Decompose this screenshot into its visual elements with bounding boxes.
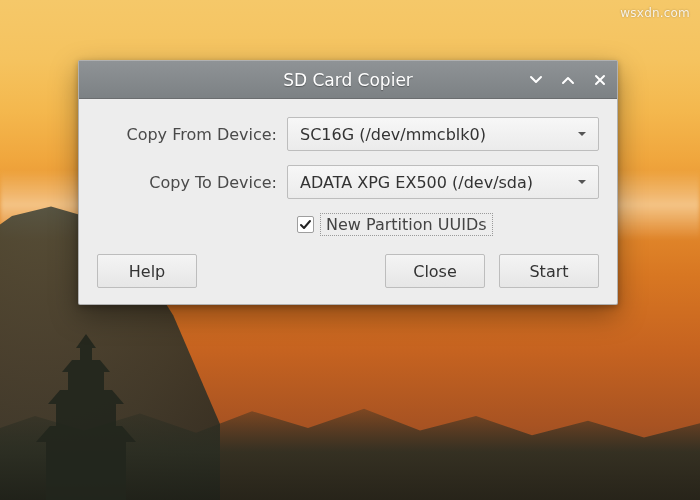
checkmark-icon: [299, 218, 312, 231]
copy-to-row: Copy To Device: ADATA XPG EX500 (/dev/sd…: [97, 165, 599, 199]
copy-from-label: Copy From Device:: [97, 125, 287, 144]
svg-rect-2: [56, 402, 116, 428]
svg-rect-0: [46, 440, 126, 500]
new-partition-uuids-label[interactable]: New Partition UUIDs: [320, 213, 493, 236]
copy-from-device-value: SC16G (/dev/mmcblk0): [300, 125, 486, 144]
copy-from-device-dropdown[interactable]: SC16G (/dev/mmcblk0): [287, 117, 599, 151]
copy-to-label: Copy To Device:: [97, 173, 287, 192]
chevron-down-icon: [529, 73, 543, 87]
close-button[interactable]: [591, 71, 609, 89]
titlebar[interactable]: SD Card Copier: [79, 61, 617, 99]
chevron-up-icon: [561, 73, 575, 87]
start-button[interactable]: Start: [499, 254, 599, 288]
svg-marker-1: [36, 426, 136, 442]
new-partition-uuids-row: New Partition UUIDs: [97, 213, 599, 236]
wallpaper-temple-silhouette: [26, 330, 146, 500]
caret-down-icon: [576, 176, 588, 188]
watermark-text: wsxdn.com: [620, 6, 690, 20]
new-partition-uuids-checkbox[interactable]: [297, 216, 314, 233]
close-icon: [593, 73, 607, 87]
copy-from-row: Copy From Device: SC16G (/dev/mmcblk0): [97, 117, 599, 151]
caret-down-icon: [576, 128, 588, 140]
svg-rect-6: [80, 346, 92, 362]
svg-marker-7: [76, 334, 96, 348]
dialog-content: Copy From Device: SC16G (/dev/mmcblk0) C…: [79, 99, 617, 304]
copy-to-device-value: ADATA XPG EX500 (/dev/sda): [300, 173, 533, 192]
help-button[interactable]: Help: [97, 254, 197, 288]
copy-to-device-dropdown[interactable]: ADATA XPG EX500 (/dev/sda): [287, 165, 599, 199]
maximize-button[interactable]: [559, 71, 577, 89]
svg-rect-4: [68, 370, 104, 392]
dialog-window: SD Card Copier Copy From Device: SC16G (…: [78, 60, 618, 305]
window-title: SD Card Copier: [283, 70, 413, 90]
svg-marker-3: [48, 390, 124, 404]
close-dialog-button[interactable]: Close: [385, 254, 485, 288]
window-controls: [527, 61, 609, 98]
minimize-button[interactable]: [527, 71, 545, 89]
button-row: Help Close Start: [97, 254, 599, 288]
